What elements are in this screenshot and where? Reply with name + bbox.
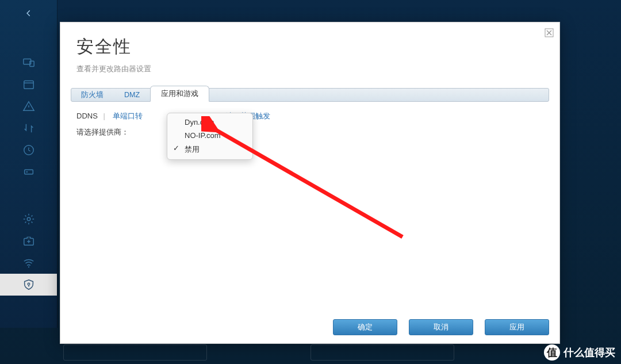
sidebar-item-speed[interactable] <box>0 117 57 139</box>
dropdown-option-dyn[interactable]: Dyn.com <box>167 116 252 129</box>
settings-card: 安全性 查看并更改路由器设置 防火墙 DMZ 应用和游戏 DDNS | 单端口转… <box>60 22 560 344</box>
watermark-badge: 值 <box>544 344 560 361</box>
sidebar-item-security[interactable] <box>0 274 57 296</box>
medkit-icon <box>22 235 35 247</box>
subnav-ddns[interactable]: DDNS <box>76 112 98 120</box>
provider-dropdown[interactable]: Dyn.com NO-IP.com 禁用 <box>167 113 253 160</box>
sidebar-item-wireless[interactable] <box>0 252 57 274</box>
bg-ghost-row <box>63 344 454 361</box>
swap-icon <box>22 122 35 135</box>
dropdown-option-disabled[interactable]: 禁用 <box>167 142 252 157</box>
sidebar-item-troubleshoot[interactable] <box>0 230 57 252</box>
wifi-icon <box>22 256 35 269</box>
watermark: 值 什么值得买 <box>544 344 615 361</box>
sidebar-item-parental[interactable] <box>0 74 57 95</box>
sidebar-item-devices[interactable] <box>0 52 57 74</box>
provider-row: 请选择提供商： <box>76 127 543 137</box>
svg-rect-5 <box>26 171 28 173</box>
svg-rect-1 <box>29 61 33 66</box>
svg-rect-2 <box>24 81 33 89</box>
subnav-single-port[interactable]: 单端口转 <box>113 112 143 120</box>
action-buttons: 确定 取消 应用 <box>333 319 549 335</box>
usb-icon <box>22 166 35 178</box>
gear-icon <box>22 213 35 225</box>
sidebar-spacer <box>0 26 57 52</box>
warning-icon <box>22 100 35 113</box>
card-header: 安全性 查看并更改路由器设置 <box>60 22 559 80</box>
tab-bar: 防火墙 DMZ 应用和游戏 <box>71 86 549 102</box>
page-subtitle: 查看并更改路由器设置 <box>76 64 543 74</box>
sidebar-item-priority[interactable] <box>0 95 57 117</box>
calendar-icon <box>22 78 35 91</box>
watermark-text: 什么值得买 <box>564 346 615 359</box>
svg-point-6 <box>27 217 30 221</box>
sidebar-item-usb[interactable] <box>0 161 57 183</box>
svg-point-8 <box>28 266 29 267</box>
close-button[interactable] <box>545 28 554 37</box>
page-title: 安全性 <box>76 35 543 59</box>
apply-button[interactable]: 应用 <box>485 319 549 335</box>
ok-button[interactable]: 确定 <box>333 319 397 335</box>
sidebar-item-storage[interactable] <box>0 139 57 161</box>
sidebar-item-connectivity[interactable] <box>0 208 57 230</box>
chevron-left-icon <box>25 7 33 20</box>
cancel-button[interactable]: 取消 <box>409 319 473 335</box>
back-button[interactable] <box>0 0 57 26</box>
svg-point-9 <box>28 283 30 285</box>
tab-dmz[interactable]: DMZ <box>114 88 150 102</box>
sidebar <box>0 0 57 328</box>
svg-rect-4 <box>24 170 33 174</box>
tab-firewall[interactable]: 防火墙 <box>71 88 114 102</box>
shield-icon <box>22 278 35 291</box>
sidebar-spacer-2 <box>0 183 57 208</box>
tab-apps-games[interactable]: 应用和游戏 <box>150 86 209 102</box>
provider-label: 请选择提供商： <box>76 128 129 136</box>
sub-nav: DDNS | 单端口转 端口范围触发 <box>76 111 543 121</box>
subnav-sep-1: | <box>103 112 105 120</box>
devices-icon <box>22 56 35 69</box>
dropdown-option-noip[interactable]: NO-IP.com <box>167 129 252 142</box>
clock-icon <box>22 144 35 156</box>
close-icon <box>545 28 554 37</box>
